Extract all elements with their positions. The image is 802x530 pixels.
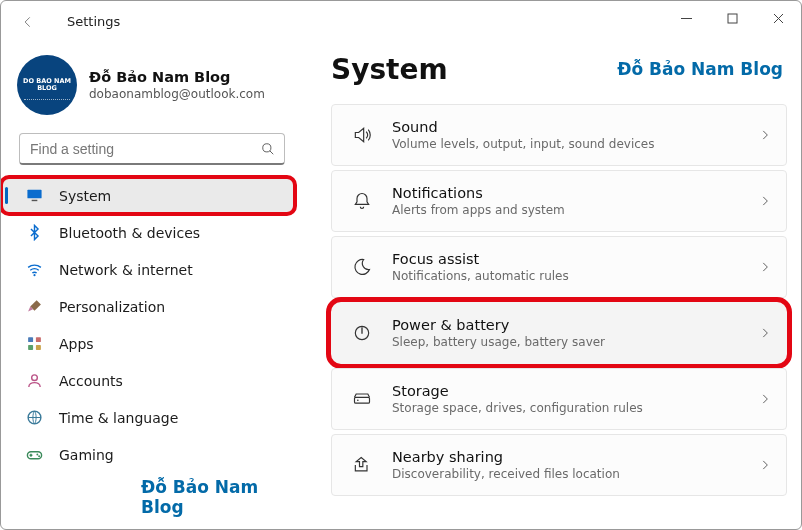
card-sub: Volume levels, output, input, sound devi… [392,137,758,151]
search-icon [261,142,275,156]
bluetooth-icon [25,224,43,242]
share-icon [342,455,382,475]
brush-icon [25,298,43,316]
card-title: Nearby sharing [392,449,758,465]
avatar: DO BAO NAM BLOG [17,55,77,115]
nav-item-gaming[interactable]: Gaming [7,436,289,473]
chevron-right-icon [758,458,772,472]
window-controls [663,1,801,35]
page-title: System [331,53,448,86]
nav-label: System [59,188,111,204]
nav-item-accounts[interactable]: Accounts [7,362,289,399]
sound-icon [342,125,382,145]
chevron-right-icon [758,326,772,340]
minimize-button[interactable] [663,1,709,35]
nav-label: Accounts [59,373,123,389]
settings-card-power-battery[interactable]: Power & batterySleep, battery usage, bat… [331,302,787,364]
chevron-right-icon [758,392,772,406]
card-title: Sound [392,119,758,135]
card-title: Storage [392,383,758,399]
nav-label: Personalization [59,299,165,315]
settings-card-list: SoundVolume levels, output, input, sound… [331,104,787,496]
settings-card-focus-assist[interactable]: Focus assistNotifications, automatic rul… [331,236,787,298]
nav-item-network-internet[interactable]: Network & internet [7,251,289,288]
card-sub: Discoverability, received files location [392,467,758,481]
nav-label: Bluetooth & devices [59,225,200,241]
power-icon [342,323,382,343]
search-input[interactable] [19,133,285,165]
nav-label: Apps [59,336,94,352]
title-bar: Settings [1,1,801,41]
window-title: Settings [67,14,120,29]
chevron-right-icon [758,194,772,208]
card-title: Power & battery [392,317,758,333]
settings-card-storage[interactable]: StorageStorage space, drives, configurat… [331,368,787,430]
card-sub: Storage space, drives, configuration rul… [392,401,758,415]
watermark-main: Đỗ Bảo Nam Blog [617,59,783,79]
back-button[interactable] [17,11,39,33]
nav-item-personalization[interactable]: Personalization [7,288,289,325]
nav-item-system[interactable]: System [1,177,295,214]
wifi-icon [25,261,43,279]
card-title: Notifications [392,185,758,201]
nav-item-time-language[interactable]: Time & language [7,399,289,436]
nav-label: Network & internet [59,262,193,278]
card-sub: Alerts from apps and system [392,203,758,217]
chevron-right-icon [758,128,772,142]
moon-icon [342,257,382,277]
user-block[interactable]: DO BAO NAM BLOG Đỗ Bảo Nam Blog dobaonam… [1,55,299,133]
user-email: dobaonamblog@outlook.com [89,87,265,101]
card-title: Focus assist [392,251,758,267]
card-sub: Sleep, battery usage, battery saver [392,335,758,349]
close-button[interactable] [755,1,801,35]
sidebar: DO BAO NAM BLOG Đỗ Bảo Nam Blog dobaonam… [1,41,299,529]
chevron-right-icon [758,260,772,274]
monitor-icon [25,187,43,205]
apps-icon [25,335,43,353]
storage-icon [342,389,382,409]
main-panel: System Đỗ Bảo Nam Blog SoundVolume level… [299,41,801,529]
maximize-button[interactable] [709,1,755,35]
globe-icon [25,409,43,427]
settings-card-notifications[interactable]: NotificationsAlerts from apps and system [331,170,787,232]
watermark-sidebar: Đỗ Bảo Nam Blog [141,477,299,517]
card-sub: Notifications, automatic rules [392,269,758,283]
svg-rect-0 [728,14,737,23]
nav-item-apps[interactable]: Apps [7,325,289,362]
user-icon [25,372,43,390]
gamepad-icon [25,446,43,464]
svg-point-1 [263,144,271,152]
nav-label: Time & language [59,410,178,426]
settings-card-sound[interactable]: SoundVolume levels, output, input, sound… [331,104,787,166]
nav-item-bluetooth-devices[interactable]: Bluetooth & devices [7,214,289,251]
settings-card-nearby-sharing[interactable]: Nearby sharingDiscoverability, received … [331,434,787,496]
bell-icon [342,191,382,211]
nav-list: SystemBluetooth & devicesNetwork & inter… [1,177,299,473]
search-wrap [19,133,285,165]
user-name: Đỗ Bảo Nam Blog [89,69,265,85]
nav-label: Gaming [59,447,114,463]
